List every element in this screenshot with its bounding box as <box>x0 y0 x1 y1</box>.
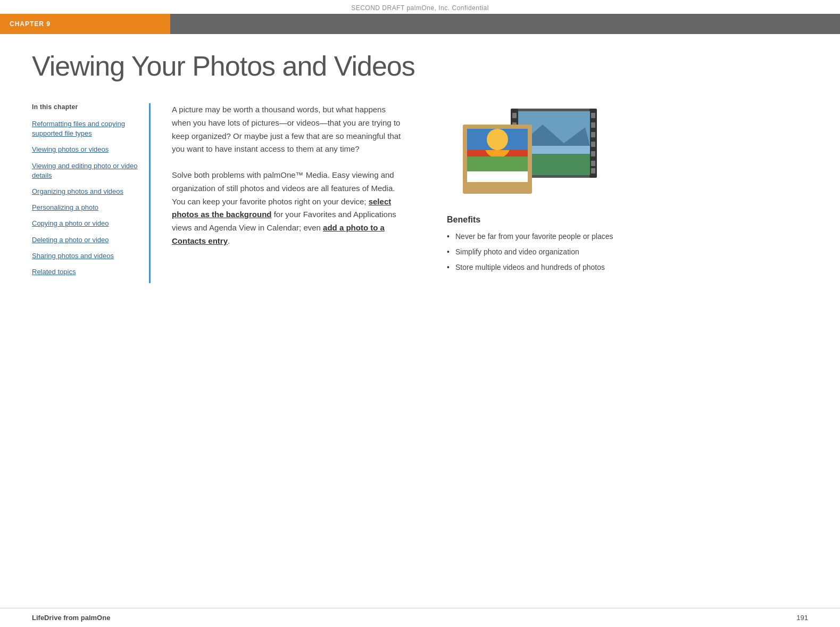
sidebar-link-personalizing[interactable]: Personalizing a photo <box>32 203 138 212</box>
svg-rect-28 <box>467 171 528 182</box>
svg-rect-27 <box>467 156 528 171</box>
top-bar: SECOND DRAFT palmOne, Inc. Confidential <box>0 0 840 14</box>
svg-rect-13 <box>591 142 595 147</box>
svg-rect-2 <box>512 113 517 118</box>
right-panel: Benefits Never be far from your favorite… <box>426 103 613 283</box>
main-paragraph-2: Solve both problems with palmOne™ Media.… <box>172 169 404 248</box>
chapter-bar: CHAPTER 9 <box>0 14 840 34</box>
sidebar-link-organizing[interactable]: Organizing photos and videos <box>32 187 138 196</box>
svg-rect-15 <box>591 161 595 166</box>
svg-rect-12 <box>591 132 595 137</box>
benefits-title: Benefits <box>447 215 613 225</box>
svg-rect-14 <box>591 151 595 156</box>
paragraph2-end: . <box>228 236 230 245</box>
chapter-bar-right <box>170 14 840 34</box>
page-title: Viewing Your Photos and Videos <box>0 34 840 87</box>
chapter-label-text: CHAPTER 9 <box>10 20 51 28</box>
benefits-list: Never be far from your favorite people o… <box>447 231 613 273</box>
svg-rect-16 <box>591 168 595 174</box>
sidebar-link-viewing[interactable]: Viewing photos or videos <box>32 145 138 154</box>
benefit-item-3: Store multiple videos and hundreds of ph… <box>447 262 613 273</box>
sidebar-section-title: In this chapter <box>32 103 138 111</box>
footer-page-number: 191 <box>796 614 808 622</box>
photo-illustration <box>458 103 606 199</box>
sidebar-link-copying[interactable]: Copying a photo or video <box>32 219 138 228</box>
footer-left-text: LifeDrive from palmOne <box>32 614 110 622</box>
benefit-item-1: Never be far from your favorite people o… <box>447 231 613 242</box>
sidebar-link-viewing-editing[interactable]: Viewing and editing photo or video detai… <box>32 161 138 180</box>
footer-bar: LifeDrive from palmOne 191 <box>0 608 840 627</box>
sidebar-link-reformatting[interactable]: Reformatting files and copying supported… <box>32 119 138 138</box>
content-area: In this chapter Reformatting files and c… <box>0 87 840 283</box>
svg-point-26 <box>487 129 508 150</box>
sidebar-link-deleting[interactable]: Deleting a photo or video <box>32 235 138 245</box>
main-content: A picture may be worth a thousand words,… <box>149 103 426 283</box>
chapter-label: CHAPTER 9 <box>0 14 170 34</box>
left-sidebar: In this chapter Reformatting files and c… <box>32 103 149 283</box>
top-bar-text: SECOND DRAFT palmOne, Inc. Confidential <box>351 4 489 12</box>
svg-rect-11 <box>591 122 595 128</box>
sidebar-link-sharing[interactable]: Sharing photos and videos <box>32 251 138 261</box>
benefit-item-2: Simplify photo and video organization <box>447 246 613 258</box>
sidebar-link-related[interactable]: Related topics <box>32 267 138 277</box>
svg-rect-10 <box>591 113 595 118</box>
benefits-section: Benefits Never be far from your favorite… <box>447 215 613 277</box>
paragraph2-start: Solve both problems with palmOne™ Media.… <box>172 170 395 206</box>
main-paragraph-1: A picture may be worth a thousand words,… <box>172 103 404 156</box>
